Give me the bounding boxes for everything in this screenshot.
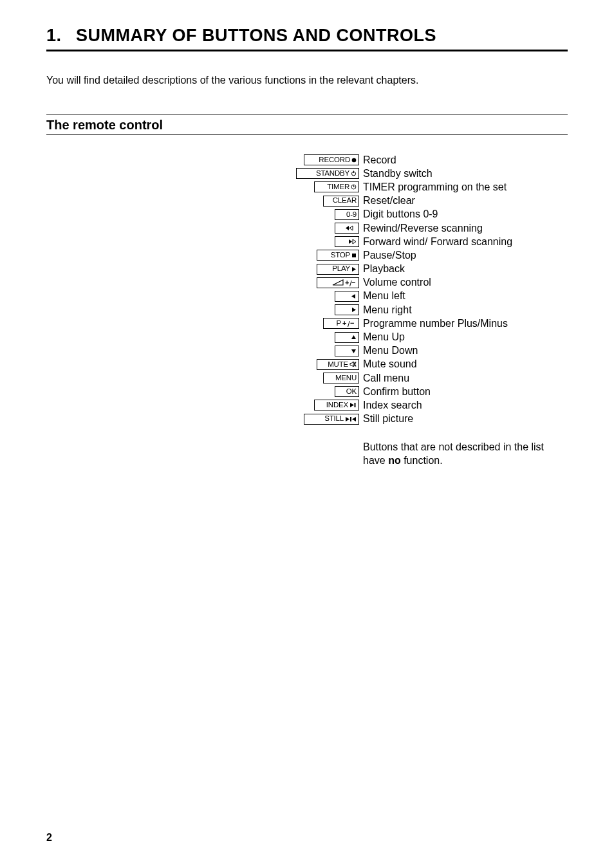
key-index-label: INDEX (326, 402, 348, 409)
rewind-icon (345, 225, 357, 231)
desc-index: Index search (363, 400, 422, 411)
row-digits: 0-9 Digit buttons 0-9 (278, 208, 568, 221)
svg-marker-16 (351, 294, 355, 299)
intro-text: You will find detailed descriptions of t… (46, 75, 568, 86)
row-stop: STOP Pause/Stop (278, 248, 568, 262)
triangle-right-icon (351, 307, 357, 313)
clock-icon (351, 184, 357, 190)
key-standby-label: STANDBY (316, 170, 349, 178)
row-standby: STANDBY Standby switch (278, 167, 568, 180)
key-menu-down (335, 346, 359, 356)
key-mute: MUTE (317, 359, 359, 370)
svg-marker-8 (349, 239, 352, 244)
key-ffwd (335, 236, 359, 247)
svg-marker-22 (351, 349, 356, 353)
svg-text:−: − (351, 279, 355, 286)
prev-track-icon (345, 416, 357, 422)
row-programme: P +/− Programme number Plus/Minus (278, 317, 568, 330)
svg-rect-2 (353, 171, 354, 174)
stop-icon (351, 253, 357, 258)
triangle-down-icon (351, 348, 357, 354)
row-menu-up: Menu Up (278, 330, 568, 344)
row-mute: MUTE Mute sound (278, 358, 568, 371)
row-clear: CLEAR Reset/clear (278, 194, 568, 208)
desc-rew: Rewind/Reverse scanning (363, 223, 483, 234)
row-timer: TIMER TIMER programming on the set (278, 180, 568, 194)
desc-menu-up: Menu Up (363, 332, 405, 342)
svg-marker-17 (352, 308, 356, 312)
row-menu-right: Menu right (278, 303, 568, 317)
desc-volume: Volume control (363, 277, 431, 288)
svg-marker-23 (350, 362, 353, 367)
key-standby: STANDBY (296, 168, 359, 179)
key-clear: CLEAR (323, 196, 359, 207)
power-icon (351, 171, 357, 176)
key-play-label: PLAY (332, 265, 350, 273)
svg-text:+: + (345, 279, 349, 286)
key-stop: STOP (317, 250, 359, 261)
volume-icon: +/− (332, 279, 357, 286)
row-record: RECORD Record (278, 153, 568, 167)
svg-marker-11 (352, 267, 356, 272)
key-record-label: RECORD (319, 156, 350, 164)
key-stop-label: STOP (331, 252, 350, 259)
ffwd-icon (345, 239, 357, 245)
desc-timer: TIMER programming on the set (363, 182, 507, 192)
key-menu-left (335, 291, 359, 302)
desc-play: Playback (363, 264, 405, 274)
key-menu-label: MENU (335, 374, 357, 382)
section-title: The remote control (46, 118, 568, 133)
key-programme-label: P (337, 320, 341, 328)
desc-menu-left: Menu left (363, 291, 405, 301)
svg-marker-26 (350, 403, 354, 407)
key-menu-up (335, 332, 359, 343)
svg-marker-12 (333, 280, 343, 285)
row-still: STILL Still picture (278, 412, 568, 426)
thin-rule-top (46, 115, 568, 115)
svg-marker-6 (349, 226, 353, 230)
key-timer: TIMER (314, 181, 359, 192)
row-volume: +/− Volume control (278, 276, 568, 290)
record-icon (351, 158, 357, 163)
key-menu: MENU (323, 373, 359, 383)
key-timer-label: TIMER (327, 183, 349, 191)
thin-rule-bottom (46, 134, 568, 135)
key-volume: +/− (317, 277, 359, 288)
svg-rect-27 (355, 403, 356, 407)
svg-marker-21 (351, 335, 356, 339)
footnote-post: function. (401, 455, 443, 466)
row-play: PLAY Playback (278, 263, 568, 276)
row-menu: MENU Call menu (278, 371, 568, 385)
chapter-title: 1.SUMMARY OF BUTTONS AND CONTROLS (46, 26, 568, 46)
desc-stop: Pause/Stop (363, 250, 416, 261)
play-icon (351, 266, 357, 272)
desc-programme: Programme number Plus/Minus (363, 319, 508, 329)
heavy-rule (46, 50, 568, 51)
desc-clear: Reset/clear (363, 196, 415, 206)
page-number: 2 (46, 832, 52, 844)
svg-marker-30 (352, 417, 356, 421)
button-list: RECORD Record STANDBY Standby switch TIM… (278, 153, 568, 468)
row-menu-left: Menu left (278, 290, 568, 303)
desc-mute: Mute sound (363, 359, 417, 369)
footnote-bold: no (388, 455, 401, 466)
key-still-label: STILL (324, 415, 344, 423)
key-programme: P +/− (323, 318, 359, 329)
svg-text:+: + (342, 320, 346, 327)
chapter-number: 1. (46, 26, 76, 46)
desc-menu: Call menu (363, 373, 409, 383)
svg-marker-9 (353, 239, 356, 244)
key-still: STILL (304, 414, 359, 425)
key-mute-label: MUTE (328, 361, 348, 369)
key-menu-right (335, 304, 359, 315)
triangle-up-icon (351, 335, 357, 340)
key-digits-label: 0-9 (346, 211, 357, 219)
svg-marker-28 (346, 417, 349, 421)
plus-minus-icon: +/− (342, 320, 357, 327)
desc-standby: Standby switch (363, 169, 433, 179)
desc-menu-down: Menu Down (363, 346, 418, 356)
triangle-left-icon (351, 293, 357, 299)
chapter-title-text: SUMMARY OF BUTTONS AND CONTROLS (76, 26, 436, 45)
key-index: INDEX (314, 400, 359, 411)
svg-rect-29 (350, 417, 351, 421)
